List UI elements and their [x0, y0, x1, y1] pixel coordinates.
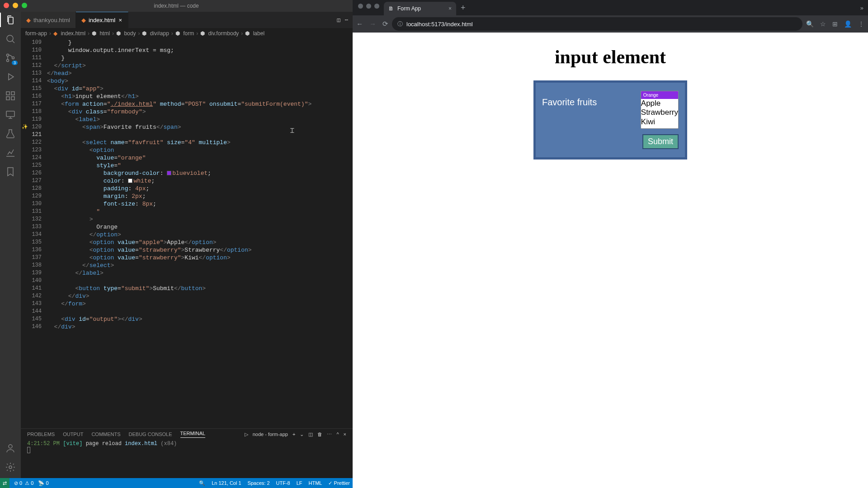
text-cursor-icon: Ꮖ [290, 127, 294, 135]
option-apple[interactable]: Apple [641, 99, 678, 108]
svg-point-1 [7, 54, 9, 56]
svg-rect-7 [11, 92, 14, 95]
submit-button[interactable]: Submit [642, 134, 679, 149]
panel-tab-comments[interactable]: COMMENTS [91, 432, 120, 437]
zoom-window-icon[interactable] [22, 3, 27, 8]
install-app-icon[interactable]: ⊞ [832, 20, 838, 28]
status-spaces[interactable]: Spaces: 2 [248, 480, 270, 486]
status-position[interactable]: Ln 121, Col 1 [212, 480, 241, 486]
browser-window: 🗎 Form App × + » ← → ⟳ ⓘ localhost:5173/… [353, 0, 868, 488]
status-prettier[interactable]: ✓ Prettier [328, 480, 350, 486]
explorer-icon[interactable] [5, 14, 16, 25]
account-icon[interactable] [5, 443, 16, 454]
scm-badge: 3 [12, 61, 18, 65]
new-tab-icon[interactable]: + [456, 3, 470, 15]
option-strawberry[interactable]: Strawberry [641, 108, 678, 117]
favfruit-select[interactable]: Orange Apple Strawberry Kiwi [641, 91, 679, 129]
tab-label: index.html [89, 17, 115, 23]
extensions-icon[interactable] [5, 90, 16, 101]
svg-point-3 [12, 57, 14, 59]
close-tab-icon[interactable]: × [118, 17, 123, 23]
svg-rect-4 [6, 92, 9, 95]
browser-tab[interactable]: 🗎 Form App × [384, 2, 456, 15]
source-control-icon[interactable]: 3 [5, 52, 16, 63]
remote-explorer-icon[interactable] [5, 109, 16, 120]
svg-point-9 [9, 445, 12, 448]
vscode-window: index.html — code 3 ◆ thankyou.html [0, 0, 353, 488]
terminal-task-label[interactable]: node - form-app [253, 432, 288, 437]
status-lang[interactable]: HTML [309, 480, 322, 486]
back-icon[interactable]: ← [356, 20, 363, 28]
split-editor-icon[interactable]: ◫ [337, 17, 340, 23]
search-icon[interactable] [5, 33, 16, 44]
page-heading: input element [366, 46, 854, 68]
code-editor[interactable]: 109 }110 window.output.innerText = msg;1… [21, 39, 353, 428]
window-title: index.html — code [154, 3, 198, 9]
new-terminal-icon[interactable]: + [292, 432, 295, 437]
zoom-icon[interactable]: 🔍 [806, 20, 814, 28]
activity-bar: 3 [0, 12, 21, 478]
option-orange[interactable]: Orange [641, 91, 678, 99]
terminal-dropdown-icon[interactable]: ⌄ [300, 432, 304, 437]
more-actions-icon[interactable]: ⋯ [345, 17, 348, 23]
svg-point-0 [7, 35, 13, 42]
status-search-icon[interactable]: 🔍 [199, 480, 205, 486]
status-ports[interactable]: 📡 0 [38, 480, 48, 486]
panel-tab-terminal[interactable]: TERMINAL [180, 431, 206, 438]
testing-icon[interactable] [5, 128, 16, 139]
tab-favicon-icon: 🗎 [388, 5, 394, 12]
debug-icon[interactable] [5, 71, 16, 82]
svg-rect-5 [6, 97, 9, 100]
bottom-panel: PROBLEMS OUTPUT COMMENTS DEBUG CONSOLE T… [21, 428, 353, 478]
status-encoding[interactable]: UTF-8 [276, 480, 290, 486]
browser-expand-icon[interactable]: » [860, 5, 868, 11]
site-info-icon[interactable]: ⓘ [397, 20, 403, 28]
close-panel-icon[interactable]: × [344, 432, 346, 437]
favfruit-label[interactable]: Favorite fruits Orange Apple Strawberry … [542, 91, 679, 129]
tab-label: thankyou.html [33, 17, 70, 23]
panel-tab-debug[interactable]: DEBUG CONSOLE [129, 432, 172, 437]
svg-point-10 [9, 466, 12, 469]
kill-terminal-icon[interactable]: 🗑 [317, 432, 322, 437]
status-bar: ⇄ ⊘ 0 ⚠ 0 📡 0 🔍 Ln 121, Col 1 Spaces: 2 … [0, 478, 353, 488]
maximize-panel-icon[interactable]: ^ [336, 432, 339, 437]
form-body: Favorite fruits Orange Apple Strawberry … [533, 80, 687, 160]
tab-thankyou[interactable]: ◆ thankyou.html [21, 12, 76, 28]
option-kiwi[interactable]: Kiwi [641, 117, 678, 127]
panel-tab-problems[interactable]: PROBLEMS [27, 432, 55, 437]
terminal-body[interactable]: 4:21:52 PM [vite] page reload index.html… [21, 438, 353, 478]
close-tab-icon[interactable]: × [448, 5, 452, 12]
menu-icon[interactable]: ⋮ [858, 20, 864, 28]
graph-icon[interactable] [5, 147, 16, 158]
more-terminal-icon[interactable]: ⋯ [327, 432, 332, 437]
bookmark-star-icon[interactable]: ☆ [820, 20, 826, 28]
editor-tabs: ◆ thankyou.html ◆ index.html × ◫ ⋯ [21, 12, 353, 28]
settings-gear-icon[interactable] [5, 462, 16, 473]
tab-index[interactable]: ◆ index.html × [76, 12, 128, 28]
url-text: localhost:5173/index.html [406, 21, 473, 28]
browser-toolbar: ← → ⟳ ⓘ localhost:5173/index.html 🔍 ☆ ⊞ … [353, 15, 868, 33]
profile-icon[interactable]: 👤 [844, 20, 852, 28]
split-terminal-icon[interactable]: ◫ [308, 432, 313, 437]
page-viewport[interactable]: input element Favorite fruits Orange App… [353, 33, 868, 488]
bookmark-icon[interactable] [5, 166, 16, 177]
breadcrumb[interactable]: form-app› ◆ index.html› ⬢ html› ⬢ body› … [21, 28, 353, 39]
browser-window-controls[interactable] [356, 4, 384, 12]
address-bar[interactable]: ⓘ localhost:5173/index.html [392, 17, 802, 31]
vscode-titlebar: index.html — code [0, 0, 353, 12]
minimize-window-icon[interactable] [13, 3, 18, 8]
terminal-task-icon[interactable]: ▷ [245, 432, 248, 437]
reload-icon[interactable]: ⟳ [382, 20, 388, 28]
svg-rect-6 [11, 97, 14, 100]
label-text: Favorite fruits [542, 91, 597, 108]
status-eol[interactable]: LF [297, 480, 302, 486]
remote-indicator[interactable]: ⇄ [0, 478, 9, 488]
status-errors[interactable]: ⊘ 0 ⚠ 0 [14, 480, 33, 486]
close-window-icon[interactable] [4, 3, 9, 8]
svg-rect-8 [6, 111, 14, 117]
window-controls[interactable] [4, 3, 27, 8]
browser-tab-title: Form App [397, 5, 421, 12]
forward-icon[interactable]: → [369, 20, 376, 28]
browser-tabstrip: 🗎 Form App × + » [353, 0, 868, 15]
panel-tab-output[interactable]: OUTPUT [63, 432, 83, 437]
